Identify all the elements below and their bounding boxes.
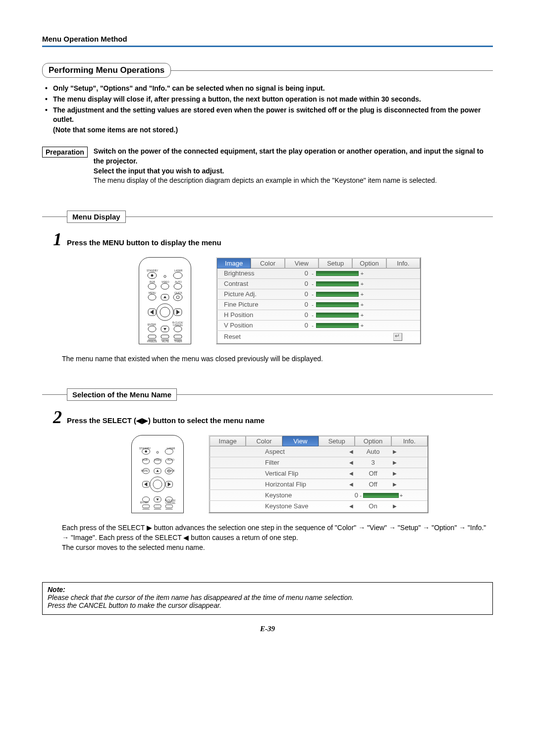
divider	[177, 394, 493, 395]
osd-row: Contrast 0 - +	[217, 279, 420, 289]
osd-item-value: 0	[293, 301, 310, 308]
svg-rect-22	[148, 335, 156, 338]
right-triangle-icon: ▶	[388, 503, 402, 509]
osd-menu-image: Image Color View Setup Option Info. Brig…	[216, 257, 421, 344]
svg-point-18	[148, 326, 156, 332]
remote-label: VIDEO	[154, 458, 162, 461]
osd-row: Picture Adj. 0 - +	[217, 289, 420, 300]
svg-point-2	[164, 275, 166, 277]
osd-item-label: Contrast	[217, 280, 293, 287]
osd-item-label: Fine Picture	[217, 301, 293, 308]
step-subtitle: Menu Display	[67, 211, 126, 223]
remote-label: MUTE	[162, 340, 169, 343]
right-triangle-icon: ▶	[388, 482, 402, 487]
remote-label: AUTO	[175, 280, 182, 283]
plus-icon: +	[399, 492, 404, 498]
divider	[42, 216, 67, 217]
osd-slider-bar	[316, 313, 359, 318]
page-number: E-39	[42, 625, 493, 633]
remote-label: VIDEO	[161, 280, 169, 283]
remote-label: MENU	[149, 291, 156, 294]
svg-point-21	[174, 326, 182, 332]
osd-item-value: 0	[293, 322, 310, 329]
remote-label: MENU	[141, 469, 149, 472]
osd-tab: Image	[210, 436, 246, 446]
note-title: Note:	[48, 586, 487, 594]
plus-icon: +	[360, 323, 365, 328]
osd-item-label: Brightness	[217, 270, 293, 277]
minus-icon: -	[310, 302, 315, 308]
step-instruction: Press the MENU button to display the men…	[67, 238, 221, 247]
osd-row: Brightness 0 - +	[217, 269, 420, 279]
step2-caption: Each press of the SELECT ▶ button advanc…	[62, 523, 493, 552]
osd-row: Filter ◀ 3 ▶	[210, 457, 428, 468]
osd-row: H Position 0 - +	[217, 310, 420, 321]
svg-point-7	[148, 294, 156, 300]
preparation-content: Switch on the power of the connected equ…	[94, 147, 493, 185]
bullet-item: Only "Setup", "Options" and "Info." can …	[45, 84, 493, 93]
svg-point-30	[157, 452, 159, 454]
osd-item-label: Vertical Flip	[210, 470, 344, 477]
minus-icon: -	[310, 323, 315, 328]
osd-item-label: Keystone	[210, 491, 344, 499]
remote-label: LASER	[167, 447, 175, 450]
section-title: Performing Menu Operations	[42, 63, 171, 78]
preparation-line1: Switch on the power of the connected equ…	[94, 147, 483, 165]
osd-tab: Info.	[391, 436, 428, 446]
right-triangle-icon: ▶	[388, 471, 402, 476]
osd-row: Reset	[217, 331, 420, 343]
osd-tab: Color	[251, 258, 284, 269]
svg-point-4	[148, 283, 156, 289]
osd-tab: Color	[246, 436, 282, 446]
osd-item-label: Aspect	[210, 448, 344, 455]
osd-item-label: Keystone Save	[210, 502, 344, 510]
osd-tab: Option	[355, 436, 391, 446]
minus-icon: -	[310, 312, 315, 318]
plus-icon: +	[360, 312, 365, 318]
step-number: 1	[42, 229, 62, 250]
left-triangle-icon: ◀	[344, 449, 358, 454]
note-line: Please check that the cursor of the item…	[48, 594, 487, 601]
preparation-line3: The menu display of the description diag…	[94, 176, 437, 184]
osd-item-value: 0	[293, 270, 310, 277]
osd-item-value: 0	[293, 290, 310, 298]
divider	[126, 216, 493, 217]
remote-diagram: STANDBY LASER RGB VIDEO AUTO MENU QUICK …	[131, 435, 184, 513]
osd-slider-bar	[316, 281, 359, 286]
osd-item-value: 0	[293, 280, 310, 287]
minus-icon: -	[310, 281, 315, 287]
remote-label: ENTER	[140, 501, 149, 504]
left-triangle-icon: ◀	[344, 460, 358, 465]
osd-item-label: V Position	[217, 322, 293, 329]
osd-item-value: Auto	[358, 448, 388, 455]
divider	[42, 394, 67, 395]
plus-icon: +	[360, 302, 365, 308]
osd-item-label: H Position	[217, 311, 293, 319]
remote-label: FREEZE	[147, 340, 157, 343]
minus-icon: -	[310, 270, 315, 276]
step-instruction: Press the SELECT (◀▶) button to select t…	[67, 416, 265, 425]
bullet-text: The adjustment and the setting values ar…	[53, 106, 481, 123]
osd-row: Fine Picture 0 - +	[217, 300, 420, 310]
minus-icon: -	[310, 291, 315, 297]
svg-point-5	[161, 283, 169, 289]
osd-item-value: On	[358, 502, 388, 510]
osd-slider-bar	[316, 323, 359, 328]
osd-item-value: 0	[293, 311, 310, 319]
plus-icon: +	[360, 291, 365, 297]
osd-menu-view: Image Color View Setup Option Info. Aspe…	[209, 435, 428, 513]
minus-icon: -	[358, 492, 363, 498]
svg-rect-26	[174, 335, 182, 338]
svg-point-6	[174, 283, 182, 289]
osd-item-value: 0	[344, 491, 358, 499]
bullet-item: The adjustment and the setting values ar…	[45, 106, 493, 135]
step1-caption: The menu name that existed when the menu…	[62, 354, 493, 364]
note-line: Press the CANCEL button to make the curs…	[48, 601, 487, 609]
remote-label: RGB	[142, 458, 148, 461]
osd-slider-bar	[363, 493, 399, 498]
preparation-label: Preparation	[42, 147, 88, 158]
osd-tab: Info.	[386, 258, 420, 269]
osd-tab: View	[282, 436, 319, 446]
osd-item-value: 3	[358, 459, 388, 466]
svg-point-13	[160, 307, 170, 317]
